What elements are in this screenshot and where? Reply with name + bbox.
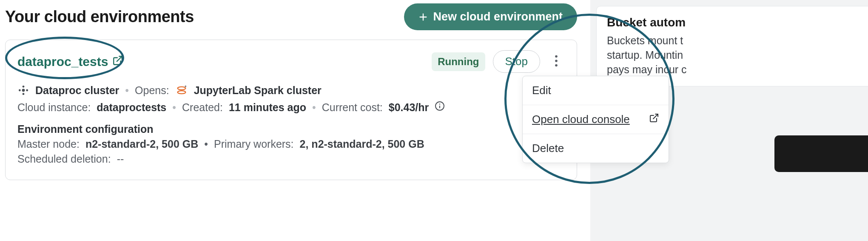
env-type-label: Dataproc cluster bbox=[35, 84, 119, 97]
external-link-icon bbox=[112, 55, 123, 69]
sched-prefix: Scheduled deletion: bbox=[17, 153, 111, 165]
stop-button[interactable]: Stop bbox=[493, 50, 541, 73]
opens-target: JupyterLab Spark cluster bbox=[194, 84, 322, 97]
header-row: Your cloud environments New cloud enviro… bbox=[5, 0, 577, 40]
svg-point-5 bbox=[555, 64, 558, 67]
cost-value: $0.43/hr bbox=[389, 101, 429, 114]
svg-point-10 bbox=[23, 93, 25, 95]
more-actions-button[interactable] bbox=[548, 53, 565, 70]
svg-point-6 bbox=[22, 89, 25, 92]
menu-item-edit[interactable]: Edit bbox=[523, 76, 669, 105]
page-title: Your cloud environments bbox=[5, 8, 194, 26]
status-badge: Running bbox=[432, 52, 485, 71]
workers-value: 2, n2-standard-2, 500 GB bbox=[300, 138, 424, 150]
svg-point-13 bbox=[185, 86, 186, 87]
env-instance-line: Cloud instance: dataproctests • Created:… bbox=[17, 101, 565, 114]
external-link-icon bbox=[649, 113, 659, 126]
sidebar-dark-panel bbox=[774, 135, 868, 172]
master-prefix: Master node: bbox=[17, 138, 80, 150]
card-top-row: dataproc_tests Running Stop bbox=[17, 50, 565, 73]
config-heading: Environment configuration bbox=[17, 123, 565, 135]
separator-dot: • bbox=[312, 101, 316, 114]
config-line: Master node: n2-standard-2, 500 GB • Pri… bbox=[17, 138, 565, 150]
svg-point-9 bbox=[23, 86, 25, 88]
scheduled-deletion-line: Scheduled deletion: -- bbox=[17, 153, 565, 165]
environment-name: dataproc_tests bbox=[17, 55, 108, 69]
cluster-icon bbox=[17, 84, 29, 96]
svg-point-4 bbox=[555, 60, 558, 62]
menu-item-edit-label: Edit bbox=[532, 84, 551, 97]
separator-dot: • bbox=[125, 84, 129, 97]
sidebar-title: Bucket autom bbox=[607, 16, 868, 29]
master-value: n2-standard-2, 500 GB bbox=[85, 138, 198, 150]
instance-prefix: Cloud instance: bbox=[17, 101, 91, 114]
sidebar-body-3: pays may incur c bbox=[607, 63, 868, 77]
more-actions-menu: Edit Open cloud console Delete bbox=[522, 76, 669, 163]
menu-item-open-console-label: Open cloud console bbox=[532, 113, 630, 126]
jupyter-icon bbox=[175, 84, 188, 97]
sidebar-card: Bucket autom Buckets mount t startup. Mo… bbox=[596, 6, 868, 86]
main-column: Your cloud environments New cloud enviro… bbox=[5, 0, 577, 180]
svg-point-7 bbox=[19, 89, 21, 92]
kebab-icon bbox=[555, 55, 558, 68]
created-prefix: Created: bbox=[182, 101, 223, 114]
environment-card: dataproc_tests Running Stop bbox=[5, 40, 577, 180]
menu-item-open-console[interactable]: Open cloud console bbox=[523, 105, 669, 134]
separator-dot: • bbox=[204, 138, 208, 150]
instance-name: dataproctests bbox=[97, 101, 166, 114]
card-actions: Running Stop bbox=[432, 50, 565, 73]
new-cloud-env-button[interactable]: New cloud environment bbox=[404, 3, 577, 30]
svg-point-3 bbox=[555, 55, 558, 58]
new-cloud-env-label: New cloud environment bbox=[433, 10, 563, 23]
cost-prefix: Current cost: bbox=[322, 101, 383, 114]
environment-open-link[interactable]: dataproc_tests bbox=[17, 55, 123, 69]
created-value: 11 minutes ago bbox=[229, 101, 306, 114]
opens-prefix: Opens: bbox=[135, 84, 169, 97]
svg-point-8 bbox=[26, 89, 28, 92]
env-type-line: Dataproc cluster • Opens: JupyterLab Spa… bbox=[17, 84, 565, 97]
sched-value: -- bbox=[117, 153, 124, 165]
menu-item-delete-label: Delete bbox=[532, 142, 564, 155]
svg-point-16 bbox=[439, 103, 440, 104]
menu-item-delete[interactable]: Delete bbox=[523, 134, 669, 163]
info-icon[interactable] bbox=[435, 101, 445, 114]
workers-prefix: Primary workers: bbox=[214, 138, 294, 150]
svg-line-17 bbox=[653, 114, 658, 119]
sidebar-body-1: Buckets mount t bbox=[607, 34, 868, 48]
plus-icon bbox=[418, 12, 428, 22]
svg-line-2 bbox=[117, 56, 122, 61]
svg-point-11 bbox=[177, 87, 185, 90]
sidebar-body-2: startup. Mountin bbox=[607, 48, 868, 63]
separator-dot: • bbox=[172, 101, 176, 114]
svg-point-12 bbox=[177, 91, 185, 94]
